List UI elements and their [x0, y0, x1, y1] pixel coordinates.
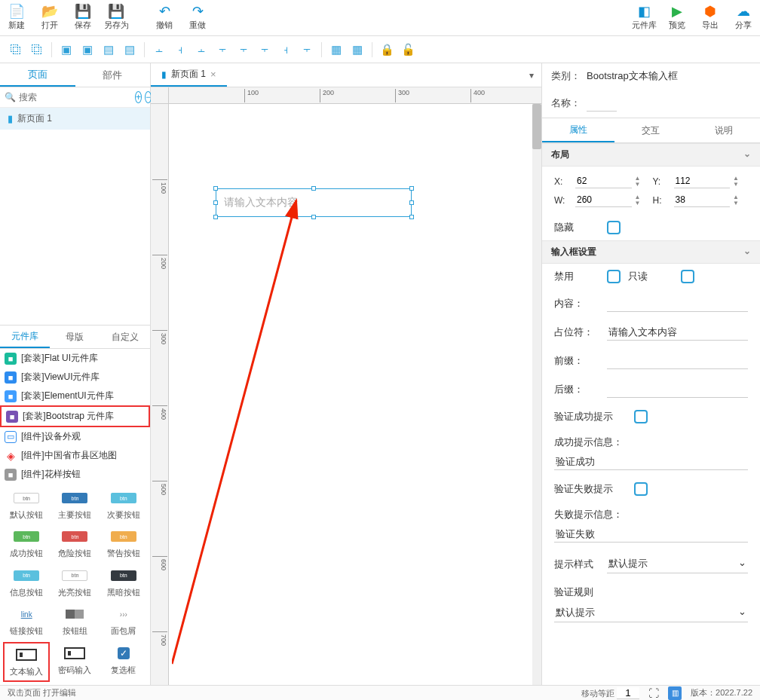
search-input[interactable] — [19, 90, 132, 105]
library-item[interactable]: ■[套装]ViewUI元件库 — [0, 368, 150, 387]
canvas[interactable]: 请输入文本内容 — [169, 104, 532, 685]
success-info-input[interactable] — [554, 454, 748, 470]
open-button[interactable]: 📂打开 — [33, 0, 66, 35]
suffix-input[interactable] — [607, 381, 748, 398]
bring-front-icon[interactable]: ▣ — [57, 40, 76, 60]
widget-cell[interactable]: 按钮组 — [51, 603, 98, 640]
handle-n[interactable] — [311, 186, 316, 191]
tip-style-select[interactable]: 默认提示⌄ — [607, 555, 748, 573]
align-left-icon[interactable]: ⫠ — [149, 40, 169, 60]
layout-icon[interactable]: ▥ — [668, 686, 682, 700]
y-input[interactable] — [674, 174, 731, 188]
library-item[interactable]: ■[套装]Flat UI元件库 — [0, 349, 150, 368]
align-center-icon[interactable]: ⫞ — [170, 40, 190, 60]
widget-cell[interactable]: btn黑暗按钮 — [100, 564, 147, 601]
paste-icon[interactable]: ⿻ — [27, 40, 47, 60]
widget-cell[interactable]: 文本输入 — [3, 642, 50, 682]
fullscreen-icon[interactable]: ⛶ — [648, 687, 659, 699]
tab-notes[interactable]: 说明 — [688, 118, 760, 142]
widget-cell[interactable]: btn次要按钮 — [100, 487, 147, 524]
send-backward-icon[interactable]: ▤ — [120, 40, 139, 60]
widget-cell[interactable]: btn默认按钮 — [3, 487, 50, 524]
valid-success-checkbox[interactable] — [634, 410, 648, 423]
library-item[interactable]: ▭[组件]设备外观 — [0, 427, 150, 446]
handle-e[interactable] — [409, 200, 414, 205]
section-layout[interactable]: 布局⌄ — [542, 143, 760, 167]
new-button[interactable]: 📄新建 — [0, 0, 33, 35]
content-input[interactable] — [607, 295, 748, 312]
library-button[interactable]: ◧元件库 — [627, 0, 660, 35]
preview-button[interactable]: ▶预览 — [660, 0, 694, 35]
tab-parts[interactable]: 部件 — [75, 63, 151, 87]
copy-icon[interactable]: ⿻ — [6, 40, 26, 60]
export-button[interactable]: ⬢导出 — [694, 0, 727, 35]
undo-button[interactable]: ↶撤销 — [148, 0, 181, 35]
move-input[interactable] — [617, 687, 639, 699]
align-right-icon[interactable]: ⫠ — [192, 40, 211, 60]
canvas-tab[interactable]: ▮ 新页面 1 × — [151, 63, 227, 87]
redo-button[interactable]: ↷重做 — [181, 0, 214, 35]
handle-nw[interactable] — [213, 186, 218, 191]
align-bottom-icon[interactable]: ⫟ — [255, 40, 274, 60]
widget-cell[interactable]: btn主要按钮 — [51, 487, 98, 524]
library-item[interactable]: ■[套装]ElementUI元件库 — [0, 387, 150, 405]
widget-cell[interactable]: btn危险按钮 — [51, 525, 98, 562]
w-stepper[interactable]: ▲▼ — [635, 194, 650, 206]
libtab-master[interactable]: 母版 — [50, 326, 100, 348]
handle-sw[interactable] — [213, 215, 218, 219]
dist-h-icon[interactable]: ⫞ — [276, 40, 296, 60]
prefix-input[interactable] — [607, 353, 748, 369]
widget-cell[interactable]: btn警告按钮 — [100, 525, 147, 562]
dist-v-icon[interactable]: ⫟ — [297, 40, 317, 60]
widget-cell[interactable]: ✓复选框 — [100, 642, 147, 682]
readonly-checkbox[interactable] — [681, 270, 694, 283]
widget-cell[interactable]: btn光亮按钮 — [51, 564, 98, 601]
page-item[interactable]: ▮ 新页面 1 — [0, 108, 150, 130]
hidden-checkbox[interactable] — [607, 221, 621, 234]
save-button[interactable]: 💾保存 — [66, 0, 100, 35]
valid-rule-select[interactable]: 默认提示⌄ — [554, 604, 748, 622]
scrollbar-vertical[interactable] — [532, 104, 541, 685]
align-middle-icon[interactable]: ⫟ — [234, 40, 253, 60]
section-input-config[interactable]: 输入框设置⌄ — [542, 240, 760, 264]
disable-checkbox[interactable] — [607, 270, 621, 283]
tab-interactions[interactable]: 交互 — [614, 118, 687, 142]
handle-ne[interactable] — [409, 186, 414, 191]
unlock-icon[interactable]: 🔓 — [398, 40, 418, 60]
handle-se[interactable] — [409, 215, 414, 219]
y-stepper[interactable]: ▲▼ — [733, 176, 748, 188]
x-input[interactable] — [575, 174, 632, 188]
tab-pages[interactable]: 页面 — [0, 63, 75, 87]
widget-cell[interactable]: btn成功按钮 — [3, 525, 50, 562]
saveas-button[interactable]: 💾另存为 — [100, 0, 133, 35]
group-icon[interactable]: ▦ — [326, 40, 346, 60]
close-tab-button[interactable]: × — [210, 69, 216, 80]
add-page-button[interactable]: + — [135, 91, 142, 103]
x-stepper[interactable]: ▲▼ — [635, 176, 650, 188]
fail-info-input[interactable] — [554, 526, 748, 543]
widget-cell[interactable]: ›››面包屑 — [100, 603, 147, 640]
handle-w[interactable] — [213, 200, 218, 205]
handle-s[interactable] — [311, 215, 316, 219]
valid-fail-checkbox[interactable] — [634, 482, 648, 496]
widget-cell[interactable]: btn信息按钮 — [3, 564, 50, 601]
library-item[interactable]: ◈[组件]中国省市县区地图 — [0, 446, 150, 465]
more-tabs-button[interactable]: ▾ — [522, 70, 541, 81]
library-item[interactable]: ■[套装]Bootstrap 元件库 — [0, 405, 150, 427]
widget-cell[interactable]: link链接按钮 — [3, 603, 50, 640]
selected-input-widget[interactable]: 请输入文本内容 — [216, 188, 412, 217]
libtab-library[interactable]: 元件库 — [0, 326, 50, 348]
name-input[interactable] — [587, 95, 617, 112]
library-item[interactable]: ■[组件]花样按钮 — [0, 465, 150, 484]
placeholder-input[interactable] — [607, 324, 748, 341]
share-button[interactable]: ☁分享 — [727, 0, 760, 35]
lock-icon[interactable]: 🔒 — [377, 40, 397, 60]
send-back-icon[interactable]: ▣ — [78, 40, 97, 60]
h-stepper[interactable]: ▲▼ — [733, 194, 748, 206]
h-input[interactable] — [674, 193, 731, 207]
align-top-icon[interactable]: ⫟ — [213, 40, 232, 60]
ungroup-icon[interactable]: ▦ — [348, 40, 367, 60]
w-input[interactable] — [575, 193, 632, 207]
tab-properties[interactable]: 属性 — [542, 118, 614, 142]
libtab-custom[interactable]: 自定义 — [100, 326, 150, 348]
